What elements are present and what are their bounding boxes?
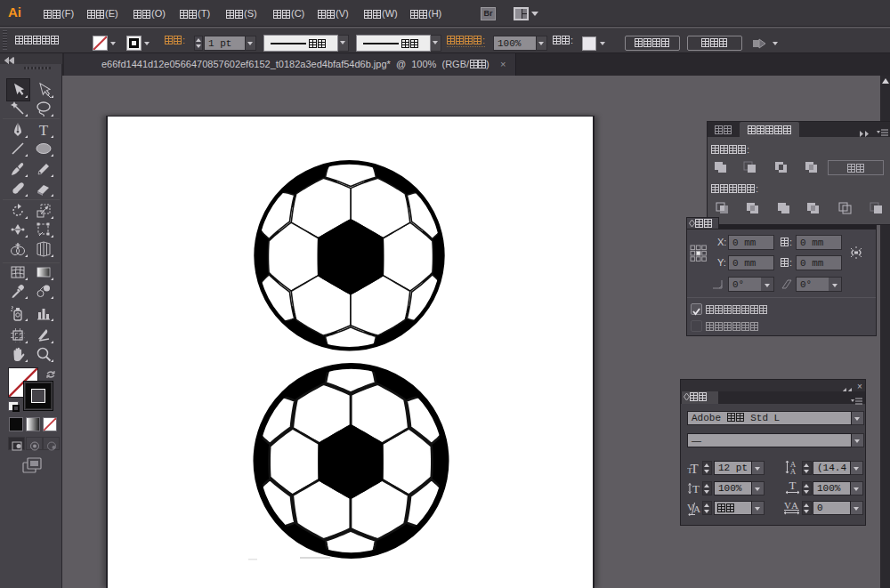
svg-text:A: A [791,500,798,511]
svg-text:T: T [789,479,797,492]
svg-text:T: T [692,482,700,495]
svg-text:V: V [784,500,791,511]
svg-text:A: A [790,467,797,476]
svg-text:T: T [39,122,49,138]
svg-text:T: T [687,466,692,475]
